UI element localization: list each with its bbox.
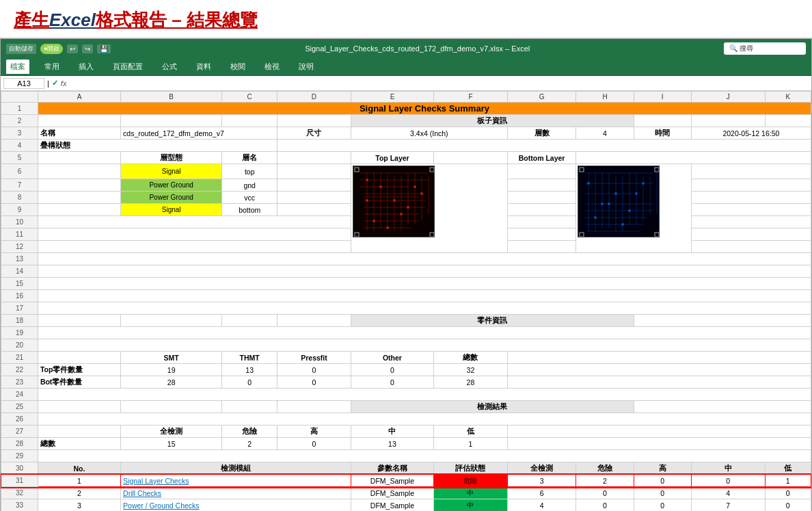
row-20: 20	[1, 339, 38, 352]
tab-home[interactable]: 常用	[40, 60, 64, 74]
layer-name-1: top	[222, 164, 278, 179]
undo-btn[interactable]: ↩	[67, 44, 78, 53]
empty-9d	[278, 204, 351, 216]
check-row-2-low: 0	[765, 487, 811, 499]
row-11: 11	[1, 228, 38, 241]
empty-2b	[121, 115, 222, 127]
empty-2c	[222, 115, 278, 127]
check-row-1-module[interactable]: Signal Layer Checks	[121, 475, 351, 487]
row-8: 8	[1, 192, 38, 204]
layer-type-1: Signal	[121, 164, 222, 179]
check-total-danger: 2	[222, 438, 278, 450]
svg-point-56	[601, 202, 604, 205]
pcb-top-image	[351, 164, 507, 253]
row-6: 6	[1, 164, 38, 179]
svg-point-25	[407, 206, 409, 209]
svg-point-21	[366, 179, 368, 181]
redo-btn[interactable]: ↪	[82, 44, 93, 53]
empty-6j	[691, 164, 811, 179]
top-pressfit: 0	[278, 364, 351, 376]
check-col-danger-h: 危險	[222, 425, 278, 438]
tab-view[interactable]: 檢視	[260, 60, 284, 74]
empty-9j	[691, 204, 811, 216]
empty-5a	[38, 152, 120, 164]
check-row-1-medium: 0	[691, 475, 765, 487]
check-row-2-module[interactable]: Drill Checks	[121, 487, 351, 499]
bot-total: 28	[434, 376, 508, 389]
tab-data[interactable]: 資料	[192, 60, 215, 74]
tab-review[interactable]: 校閱	[226, 60, 249, 74]
empty-2a	[38, 115, 120, 127]
bot-pressfit: 0	[278, 376, 351, 389]
svg-point-57	[614, 192, 617, 195]
time-label: 時間	[634, 127, 691, 140]
row-14: 14	[1, 265, 38, 278]
empty-18b	[121, 315, 222, 327]
empty-11j	[691, 228, 811, 241]
svg-point-60	[594, 216, 597, 219]
empty-12j	[691, 241, 811, 253]
row-13: 13	[1, 253, 38, 265]
title-excel: Excel	[49, 10, 96, 30]
tab-insert[interactable]: 插入	[75, 60, 98, 74]
layer-type-3: Power Ground	[121, 192, 222, 204]
col-j: J	[691, 92, 765, 103]
pcb-bottom-image	[576, 164, 691, 253]
empty-12	[38, 241, 351, 253]
corner-header	[1, 92, 38, 103]
svg-rect-0	[353, 166, 435, 237]
bot-other: 0	[351, 376, 433, 389]
row-32: 32	[1, 487, 38, 499]
empty-12g	[507, 241, 576, 253]
check-row-3-module[interactable]: Power / Ground Checks	[121, 499, 351, 512]
empty-21g	[507, 352, 811, 364]
empty-29	[38, 450, 811, 462]
empty-18d	[278, 315, 351, 327]
empty-6a	[38, 164, 120, 179]
autosave-toggle[interactable]: ●開啟	[40, 44, 63, 54]
tab-help[interactable]: 說明	[295, 60, 318, 74]
empty-25c	[222, 401, 278, 413]
tab-file[interactable]: 檔案	[6, 60, 29, 74]
title-bar: 自動儲存 ●開啟 ↩ ↪ 💾 Signal_Layer_Checks_cds_r…	[1, 39, 811, 58]
row-10: 10	[1, 216, 38, 228]
layers-label: 層數	[507, 127, 576, 140]
check-low2-header: 低	[765, 462, 811, 475]
row-30: 30	[1, 462, 38, 475]
col-layer-type: 層型態	[121, 152, 222, 164]
autosave-label[interactable]: 自動儲存	[6, 44, 36, 54]
empty-8a	[38, 192, 120, 204]
save-icon[interactable]: 💾	[97, 44, 111, 53]
empty-11	[38, 228, 351, 241]
check-mark[interactable]: ✓	[52, 79, 58, 88]
row-21: 21	[1, 352, 38, 364]
tab-page-layout[interactable]: 頁面配置	[109, 60, 147, 74]
empty-5d	[278, 152, 351, 164]
empty-11g	[507, 228, 576, 241]
check-col-low-h: 低	[434, 425, 508, 438]
pcb-bottom-svg	[578, 166, 660, 237]
empty-2i	[634, 115, 691, 127]
name-label: 名稱	[38, 127, 120, 140]
cell-reference[interactable]	[3, 78, 44, 89]
check-row-3-medium: 7	[691, 499, 765, 512]
empty-24	[38, 389, 811, 401]
check-row-2-medium: 4	[691, 487, 765, 499]
empty-22g	[507, 364, 811, 376]
row-17: 17	[1, 302, 38, 315]
empty-7g	[507, 179, 576, 192]
comp-col-smt: SMT	[121, 352, 222, 364]
row-24: 24	[1, 389, 38, 401]
size-value: 3.4x4 (Inch)	[351, 127, 507, 140]
check-row-3-high: 0	[634, 499, 691, 512]
ribbon: 檔案 常用 插入 頁面配置 公式 資料 校閱 檢視 說明	[1, 58, 811, 76]
title-result: 結果總覽	[187, 10, 258, 30]
empty-6g	[507, 164, 576, 179]
search-box[interactable]: 🔍 搜尋	[724, 42, 806, 55]
check-row-3-low: 0	[765, 499, 811, 512]
tab-formula[interactable]: 公式	[158, 60, 181, 74]
empty-7d	[278, 179, 351, 192]
col-d: D	[278, 92, 351, 103]
check-total-label: 總數	[38, 438, 120, 450]
empty-18i	[634, 315, 811, 327]
